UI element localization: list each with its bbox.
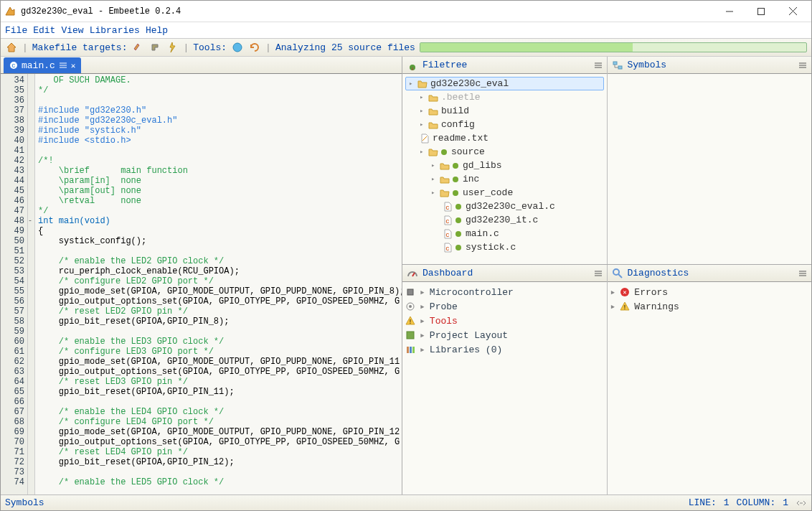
dashboard-panel: Dashboard ▸Microcontroller▸Probe!▸Tools▸… <box>402 265 607 494</box>
filetree-body[interactable]: ▸gd32e230c_eval▸.beetle▸build▸configread… <box>402 74 607 264</box>
filetree-title: Filetree <box>422 60 467 70</box>
panel-menu-icon[interactable] <box>798 62 807 69</box>
tree-item[interactable]: ▸user_code <box>405 186 604 200</box>
menu-help[interactable]: Help <box>144 25 169 36</box>
window-maximize[interactable] <box>745 1 777 22</box>
window-close[interactable] <box>777 1 808 22</box>
folder-open-icon <box>428 147 438 157</box>
folder-open-icon <box>417 79 428 89</box>
books-icon <box>405 344 415 355</box>
file-c-icon: c <box>443 243 453 253</box>
probe-icon <box>405 301 415 311</box>
diagnostics-title: Diagnostics <box>628 268 689 278</box>
dashboard-item[interactable]: ▸Probe <box>405 299 604 314</box>
symbols-body[interactable] <box>608 74 812 264</box>
editor-body[interactable]: 34 35 36 37 38 39 40 41 42 43 44 45 46 4… <box>1 74 402 494</box>
tool-chat-icon[interactable] <box>231 41 244 54</box>
warn-icon: ! <box>405 316 415 326</box>
dashboard-item[interactable]: ▸Libraries (0) <box>405 342 604 357</box>
tree-item[interactable]: ▸source <box>405 145 604 159</box>
menu-libraries[interactable]: Libraries <box>88 25 141 36</box>
home-icon[interactable] <box>5 41 18 54</box>
tab-main-c[interactable]: c main.c ✕ <box>4 57 81 73</box>
window-title: gd32e230c_eval - Embeetle 0.2.4 <box>21 6 714 17</box>
tree-item[interactable]: csystick.c <box>405 240 604 254</box>
toolbar: | Makefile targets: | Tools: | Analyzing… <box>1 38 811 57</box>
tree-item[interactable]: cmain.c <box>405 227 604 240</box>
editor-tabs: c main.c ✕ <box>1 57 402 74</box>
window-minimize[interactable] <box>714 1 745 22</box>
tree-item[interactable]: ▸gd32e230c_eval <box>405 77 604 90</box>
dashboard-item[interactable]: !▸Tools <box>405 314 604 328</box>
tree-item[interactable]: readme.txt <box>405 131 604 145</box>
tree-icon <box>407 60 418 71</box>
dashboard-icon <box>407 268 418 279</box>
fold-column[interactable]: - <box>28 74 35 494</box>
file-c-icon: c <box>443 215 453 225</box>
file-txt-icon <box>420 133 430 144</box>
folder-icon <box>428 106 438 116</box>
svg-point-4 <box>233 43 242 52</box>
svg-rect-20 <box>618 66 622 69</box>
svg-rect-34 <box>407 332 414 339</box>
tree-item[interactable]: ▸build <box>405 104 604 118</box>
tree-item[interactable]: ▸.beetle <box>405 90 604 104</box>
panel-menu-icon[interactable] <box>594 62 603 69</box>
clean-icon[interactable] <box>131 41 144 54</box>
svg-rect-1 <box>758 8 765 14</box>
tree-item[interactable]: ▸gd_libs <box>405 159 604 172</box>
svg-rect-30 <box>407 289 413 295</box>
status-col-val: 1 <box>783 497 788 508</box>
dashboard-body[interactable]: ▸Microcontroller▸Probe!▸Tools▸Project La… <box>402 282 607 494</box>
svg-line-26 <box>412 273 415 276</box>
svg-rect-36 <box>410 347 412 353</box>
svg-text:c: c <box>445 245 449 253</box>
svg-text:c: c <box>445 232 449 239</box>
svg-rect-35 <box>407 347 409 353</box>
status-line-label: LINE: <box>689 497 717 508</box>
svg-rect-19 <box>613 62 617 65</box>
menu-edit[interactable]: Edit <box>32 25 57 36</box>
diagnostic-item[interactable]: ▸✕Errors <box>610 285 809 299</box>
diagnostics-panel: Diagnostics ▸✕Errors▸!Warnings <box>607 265 812 494</box>
panel-menu-icon[interactable] <box>594 270 603 277</box>
diagnostic-item[interactable]: ▸!Warnings <box>610 299 809 314</box>
svg-point-32 <box>409 305 412 308</box>
flash-icon[interactable] <box>166 41 179 54</box>
dashboard-item[interactable]: ▸Microcontroller <box>405 285 604 299</box>
svg-text:!: ! <box>408 319 412 326</box>
build-icon[interactable] <box>148 41 161 54</box>
close-icon[interactable]: ✕ <box>71 61 76 70</box>
dashboard-item[interactable]: ▸Project Layout <box>405 328 604 342</box>
diagnostics-icon <box>612 268 623 279</box>
titlebar: gd32e230c_eval - Embeetle 0.2.4 <box>1 1 811 22</box>
tree-item[interactable]: ▸config <box>405 118 604 131</box>
svg-text:c: c <box>445 218 449 225</box>
symbols-icon <box>612 60 623 71</box>
svg-text:✕: ✕ <box>623 289 627 296</box>
status-left: Symbols <box>5 497 44 508</box>
svg-text:c: c <box>445 205 449 212</box>
file-c-icon: c <box>443 229 453 239</box>
file-c-icon: c <box>443 202 453 212</box>
folder-icon <box>440 174 450 184</box>
menu-view[interactable]: View <box>60 25 85 36</box>
folder-open-icon <box>440 188 450 198</box>
tab-menu-icon[interactable] <box>59 62 67 69</box>
diagnostics-body[interactable]: ▸✕Errors▸!Warnings <box>608 282 812 494</box>
line-gutter: 34 35 36 37 38 39 40 41 42 43 44 45 46 4… <box>1 74 28 494</box>
chip-icon <box>405 287 415 297</box>
tree-item[interactable]: cgd32e230_it.c <box>405 213 604 227</box>
code-area[interactable]: OF SUCH DAMAGE. */ #include "gd32e230.h"… <box>35 74 402 494</box>
error-icon: ✕ <box>620 287 630 297</box>
svg-text:!: ! <box>623 304 627 311</box>
folder-icon <box>440 161 450 171</box>
tool-reload-icon[interactable] <box>248 41 261 54</box>
tree-item[interactable]: ▸inc <box>405 172 604 186</box>
tree-item[interactable]: cgd32e230c_eval.c <box>405 200 604 213</box>
menu-file[interactable]: File <box>4 25 29 36</box>
symbols-panel: Symbols <box>607 57 812 264</box>
menubar: File Edit View Libraries Help <box>1 22 811 38</box>
panel-menu-icon[interactable] <box>798 270 807 277</box>
link-icon[interactable] <box>796 497 807 509</box>
